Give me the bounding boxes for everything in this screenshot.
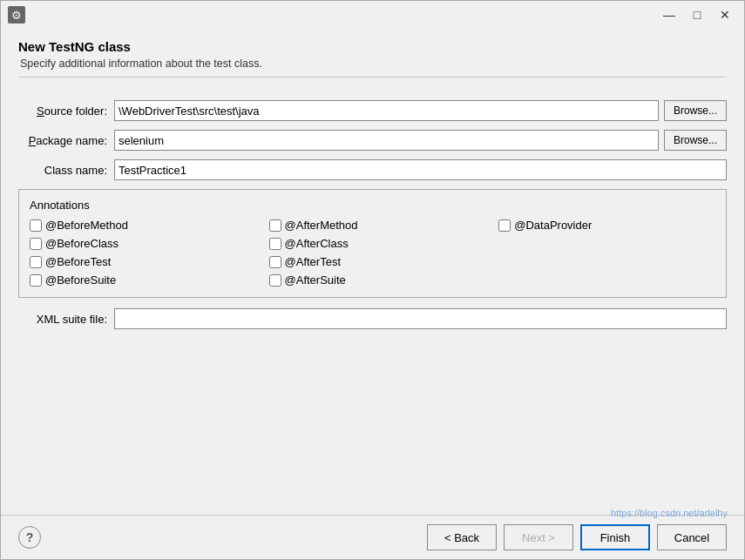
dialog-header: New TestNG class Specify additional info… (1, 27, 744, 84)
before-suite-checkbox[interactable] (30, 274, 42, 287)
before-method-label[interactable]: @BeforeMethod (45, 219, 128, 232)
cancel-button[interactable]: Cancel (657, 524, 727, 550)
footer-left: ? (18, 526, 41, 549)
annotation-data-provider: @DataProvider (498, 219, 715, 232)
after-method-label[interactable]: @AfterMethod (285, 219, 358, 232)
after-test-label[interactable]: @AfterTest (285, 255, 342, 268)
after-class-label[interactable]: @AfterClass (285, 237, 349, 250)
help-button[interactable]: ? (18, 526, 41, 549)
after-class-checkbox[interactable] (269, 238, 281, 250)
annotation-before-test: @BeforeTest (30, 255, 252, 268)
after-test-checkbox[interactable] (269, 256, 281, 268)
after-suite-checkbox[interactable] (269, 274, 281, 287)
annotations-grid: @BeforeMethod @AfterMethod @DataProvider… (30, 219, 715, 287)
close-button[interactable]: ✕ (713, 6, 737, 24)
dialog-subtitle: Specify additional information about the… (18, 57, 727, 70)
annotation-after-suite: @AfterSuite (269, 273, 482, 287)
class-name-row: Class name: (18, 159, 727, 180)
package-name-input[interactable] (114, 130, 659, 151)
annotations-group: Annotations @BeforeMethod @AfterMethod @… (18, 189, 727, 298)
title-bar: ⚙ — □ ✕ (1, 1, 744, 27)
before-class-checkbox[interactable] (30, 238, 42, 250)
annotation-before-suite: @BeforeSuite (30, 273, 252, 287)
before-method-checkbox[interactable] (30, 219, 42, 232)
source-folder-input[interactable] (114, 100, 659, 121)
finish-button[interactable]: Finish (580, 524, 650, 550)
annotation-before-method: @BeforeMethod (30, 219, 252, 232)
xml-suite-input[interactable] (114, 308, 727, 329)
before-test-checkbox[interactable] (30, 256, 42, 268)
before-test-label[interactable]: @BeforeTest (45, 255, 111, 268)
dialog-body: Source folder: Browse... Package name: B… (1, 84, 744, 515)
package-name-browse-button[interactable]: Browse... (664, 130, 727, 151)
after-suite-label[interactable]: @AfterSuite (285, 273, 346, 287)
data-provider-label[interactable]: @DataProvider (514, 219, 592, 232)
dialog: ⚙ — □ ✕ New TestNG class Specify additio… (0, 0, 745, 560)
xml-suite-label: XML suite file: (18, 313, 114, 326)
next-button[interactable]: Next > (504, 524, 573, 550)
dialog-footer: ? < Back Next > Finish Cancel (1, 515, 744, 559)
source-folder-label: Source folder: (18, 105, 114, 118)
before-class-label[interactable]: @BeforeClass (45, 237, 119, 250)
annotation-after-class: @AfterClass (269, 237, 482, 250)
source-folder-browse-button[interactable]: Browse... (664, 100, 727, 121)
data-provider-checkbox[interactable] (498, 219, 511, 232)
after-method-checkbox[interactable] (269, 219, 281, 232)
annotations-legend: Annotations (30, 199, 715, 212)
package-name-row: Package name: Browse... (18, 130, 727, 151)
class-name-label: Class name: (18, 164, 114, 177)
dialog-title: New TestNG class (18, 39, 727, 54)
before-suite-label[interactable]: @BeforeSuite (45, 273, 116, 287)
app-icon: ⚙ (8, 6, 25, 24)
annotation-after-method: @AfterMethod (269, 219, 482, 232)
title-bar-controls: — □ ✕ (657, 6, 737, 24)
package-name-label: Package name: (18, 134, 114, 147)
back-button[interactable]: < Back (427, 524, 497, 550)
footer-right: < Back Next > Finish Cancel (427, 524, 727, 550)
source-folder-row: Source folder: Browse... (18, 100, 727, 121)
class-name-input[interactable] (114, 159, 727, 180)
maximize-button[interactable]: □ (685, 6, 709, 24)
title-bar-left: ⚙ (8, 6, 25, 24)
xml-suite-row: XML suite file: (18, 308, 727, 329)
annotation-before-class: @BeforeClass (30, 237, 252, 250)
minimize-button[interactable]: — (657, 6, 681, 24)
annotation-after-test: @AfterTest (269, 255, 482, 268)
header-separator (18, 77, 727, 78)
